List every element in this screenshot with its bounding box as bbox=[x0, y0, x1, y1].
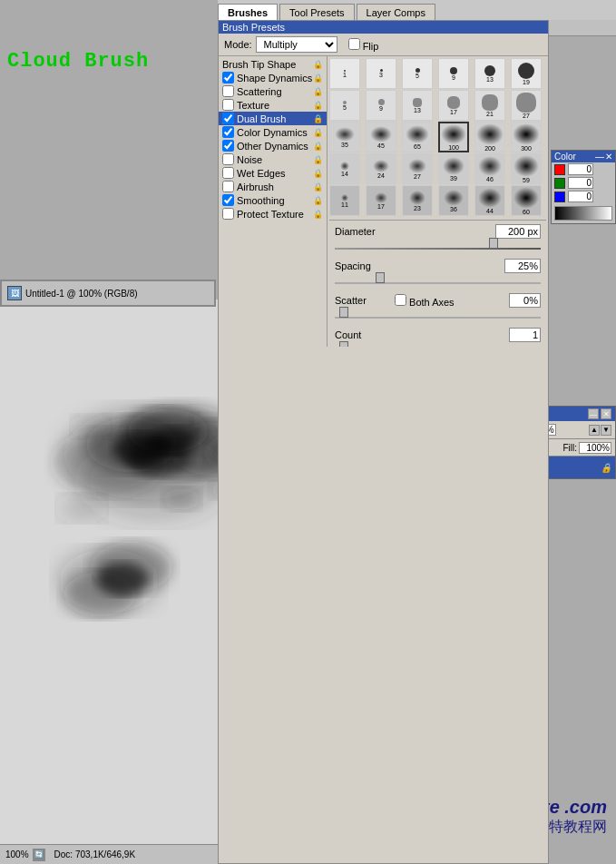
layers-scroll-down[interactable]: ▼ bbox=[601, 425, 611, 436]
panel-body: Brush Tip Shape 🔒 Shape Dynamics 🔒 Scatt… bbox=[219, 56, 548, 347]
tab-layer-comps[interactable]: Layer Comps bbox=[357, 4, 435, 20]
spacing-row: Spacing bbox=[335, 259, 541, 273]
brush-cell-46[interactable]: 46 bbox=[474, 153, 505, 184]
brush-cell-9b[interactable]: 9 bbox=[366, 90, 396, 121]
lock-icon-smoothing: 🔒 bbox=[313, 196, 323, 205]
svg-point-15 bbox=[97, 563, 148, 595]
brush-list-item-noise[interactable]: Noise 🔒 bbox=[219, 152, 327, 166]
brush-cell-65[interactable]: 65 bbox=[402, 122, 433, 152]
brush-cell-11[interactable]: 11 bbox=[329, 185, 360, 216]
brush-cell-24[interactable]: 24 bbox=[366, 153, 396, 184]
brush-cell-27b[interactable]: 27 bbox=[402, 153, 433, 184]
brush-list-item-other[interactable]: Other Dynamics 🔒 bbox=[219, 139, 327, 152]
lock-icon-tip: 🔒 bbox=[313, 60, 323, 69]
lock-icon-noise: 🔒 bbox=[313, 155, 323, 164]
color-dynamics-checkbox[interactable] bbox=[222, 126, 234, 138]
brush-cell-3[interactable]: 3 bbox=[366, 58, 396, 89]
color-minimize[interactable]: — bbox=[595, 152, 604, 162]
canvas-window-icon: 🖼 bbox=[7, 286, 22, 300]
brush-cell-1[interactable]: 1 bbox=[329, 58, 360, 89]
layers-close[interactable]: ✕ bbox=[601, 408, 611, 419]
brush-cell-60[interactable]: 60 bbox=[511, 185, 542, 216]
diameter-row: Diameter bbox=[335, 224, 541, 239]
dual-brush-label: Dual Brush bbox=[237, 113, 286, 124]
svg-point-19 bbox=[73, 416, 109, 437]
brush-cell-35[interactable]: 35 bbox=[329, 122, 360, 152]
wet-edges-checkbox[interactable] bbox=[222, 167, 234, 179]
brush-cell-39[interactable]: 39 bbox=[438, 153, 469, 184]
brush-cell-45[interactable]: 45 bbox=[366, 122, 396, 152]
noise-label: Noise bbox=[237, 154, 262, 165]
scatter-slider-thumb[interactable] bbox=[339, 307, 348, 318]
dual-brush-checkbox[interactable] bbox=[222, 113, 234, 124]
lock-icon-wetedges: 🔒 bbox=[313, 169, 323, 178]
brush-list-item-smoothing[interactable]: Smoothing 🔒 bbox=[219, 193, 327, 207]
layers-minimize[interactable]: — bbox=[588, 408, 599, 419]
panel-title: Brush Presets bbox=[219, 21, 548, 34]
airbrush-checkbox[interactable] bbox=[222, 181, 234, 192]
brush-list-item-shape[interactable]: Shape Dynamics 🔒 bbox=[219, 71, 327, 84]
blue-value[interactable] bbox=[568, 191, 593, 202]
brush-list-item-scattering[interactable]: Scattering 🔒 bbox=[219, 84, 327, 98]
brush-cell-21[interactable]: 21 bbox=[474, 90, 505, 121]
brush-cell-36[interactable]: 36 bbox=[438, 185, 469, 216]
flip-checkbox[interactable] bbox=[348, 38, 360, 50]
texture-checkbox[interactable] bbox=[222, 99, 234, 111]
mode-select[interactable]: Multiply Normal Screen bbox=[256, 36, 337, 53]
brush-cell-13[interactable]: 13 bbox=[474, 58, 505, 89]
other-dynamics-checkbox[interactable] bbox=[222, 140, 234, 152]
brush-list-item-protect[interactable]: Protect Texture 🔒 bbox=[219, 207, 327, 221]
brush-list-item-tip[interactable]: Brush Tip Shape 🔒 bbox=[219, 58, 327, 71]
brush-cell-5[interactable]: 5 bbox=[402, 58, 433, 89]
color-close[interactable]: ✕ bbox=[605, 152, 612, 162]
brush-cell-200[interactable]: 200 bbox=[474, 122, 505, 152]
brush-cell-300[interactable]: 300 bbox=[511, 122, 542, 152]
both-axes-checkbox[interactable] bbox=[395, 294, 406, 306]
brush-list-item-wetedges[interactable]: Wet Edges 🔒 bbox=[219, 166, 327, 180]
brush-cell-17[interactable]: 17 bbox=[438, 90, 469, 121]
color-gradient-bar[interactable] bbox=[554, 206, 612, 221]
count-value[interactable] bbox=[509, 328, 541, 342]
brush-cell-100[interactable]: 100 bbox=[438, 122, 469, 152]
brush-cell-59[interactable]: 59 bbox=[511, 153, 542, 184]
flip-checkbox-label: Flip bbox=[348, 38, 379, 52]
spacing-slider-thumb[interactable] bbox=[376, 272, 385, 283]
mode-row: Mode: Multiply Normal Screen Flip bbox=[219, 34, 548, 56]
tab-brushes[interactable]: Brushes bbox=[218, 4, 278, 20]
scatter-label: Scatter bbox=[335, 295, 389, 306]
red-value[interactable] bbox=[568, 163, 593, 175]
count-slider-thumb[interactable] bbox=[339, 341, 348, 347]
count-label: Count bbox=[335, 329, 389, 340]
color-panel-header: Color — ✕ bbox=[552, 151, 615, 162]
spacing-value[interactable] bbox=[504, 259, 541, 273]
brush-cell-17b[interactable]: 17 bbox=[366, 185, 396, 216]
other-dynamics-label: Other Dynamics bbox=[237, 141, 308, 152]
status-icon-1[interactable]: 🔄 bbox=[33, 849, 45, 861]
diameter-slider-thumb[interactable] bbox=[489, 238, 498, 249]
noise-checkbox[interactable] bbox=[222, 153, 234, 165]
cloud-brush-title: Cloud Brush bbox=[7, 50, 149, 73]
brush-cell-14[interactable]: 14 bbox=[329, 153, 360, 184]
fill-value[interactable] bbox=[579, 442, 611, 454]
brush-cell-5b[interactable]: 5 bbox=[329, 90, 360, 121]
brush-list-item-texture[interactable]: Texture 🔒 bbox=[219, 98, 327, 112]
smoothing-checkbox[interactable] bbox=[222, 194, 234, 206]
brush-cell-19[interactable]: 19 bbox=[511, 58, 542, 89]
protect-texture-checkbox[interactable] bbox=[222, 208, 234, 220]
brush-cell-27[interactable]: 27 bbox=[511, 90, 542, 121]
tab-tool-presets[interactable]: Tool Presets bbox=[279, 4, 355, 20]
diameter-value[interactable] bbox=[495, 224, 541, 239]
brush-cell-44[interactable]: 44 bbox=[474, 185, 505, 216]
layers-scroll-up[interactable]: ▲ bbox=[589, 425, 600, 436]
brush-list-item-dual[interactable]: Dual Brush 🔒 bbox=[219, 112, 327, 125]
scattering-checkbox[interactable] bbox=[222, 85, 234, 97]
brush-cell-23[interactable]: 23 bbox=[402, 185, 433, 216]
brush-cell-9[interactable]: 9 bbox=[438, 58, 469, 89]
shape-dynamics-checkbox[interactable] bbox=[222, 72, 234, 83]
scatter-value[interactable] bbox=[509, 293, 541, 308]
brush-cell-13b[interactable]: 13 bbox=[402, 90, 433, 121]
brush-list-item-airbrush[interactable]: Airbrush 🔒 bbox=[219, 180, 327, 193]
lock-icon-scattering: 🔒 bbox=[313, 87, 323, 96]
brush-list-item-color[interactable]: Color Dynamics 🔒 bbox=[219, 125, 327, 139]
green-value[interactable] bbox=[568, 177, 593, 189]
